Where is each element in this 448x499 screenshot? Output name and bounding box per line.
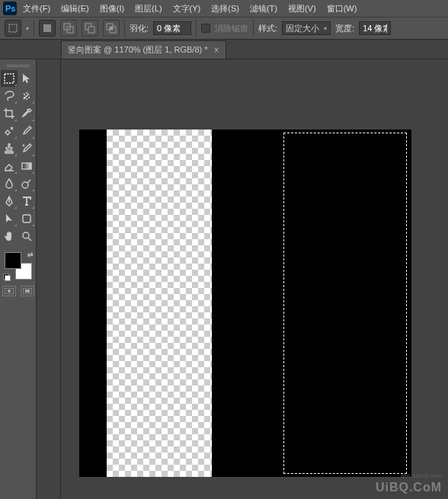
menu-image[interactable]: 图像(I) (95, 2, 129, 16)
svg-rect-7 (88, 27, 94, 33)
tool-zoom[interactable] (18, 228, 35, 245)
tool-lasso[interactable] (1, 88, 18, 104)
workspace: ⇄ bbs.16xx8.com UiBQ.CoM (0, 59, 448, 499)
style-value: 固定大小 (286, 23, 319, 34)
tool-eyedropper[interactable] (18, 105, 35, 122)
tool-clone-stamp[interactable] (1, 140, 18, 157)
tool-history-brush[interactable] (18, 140, 35, 157)
ps-logo: Ps (3, 2, 17, 15)
style-label: 样式: (258, 23, 277, 34)
svg-rect-19 (25, 289, 30, 293)
quickmask-icon[interactable] (2, 286, 16, 296)
tool-shape[interactable] (18, 210, 35, 227)
separator (196, 20, 197, 37)
tool-brush[interactable] (18, 123, 35, 139)
tool-magic-wand[interactable] (18, 88, 35, 104)
svg-rect-10 (110, 27, 113, 30)
tool-path-select[interactable] (1, 210, 18, 227)
separator (124, 20, 125, 37)
tool-pen[interactable] (1, 193, 18, 210)
tool-gradient[interactable] (18, 158, 35, 174)
close-icon[interactable]: × (214, 45, 219, 56)
document-tab-bar: 竖向图案 @ 1170% (图层 1, RGB/8) * × (0, 40, 448, 59)
svg-rect-2 (9, 24, 17, 32)
panel-grip[interactable] (1, 62, 36, 69)
width-label: 宽度: (335, 23, 354, 34)
screen-mode-row (2, 286, 34, 296)
swap-colors-icon[interactable]: ⇄ (27, 251, 34, 258)
tool-preset-icon[interactable] (5, 20, 21, 37)
document-tab[interactable]: 竖向图案 @ 1170% (图层 1, RGB/8) * × (61, 40, 226, 59)
tool-preset-dropdown-icon[interactable]: ▾ (26, 25, 29, 32)
selection-intersect-icon[interactable] (103, 20, 120, 37)
selection-marquee[interactable] (283, 133, 407, 474)
document-title: 竖向图案 @ 1170% (图层 1, RGB/8) * (68, 44, 208, 56)
selection-add-icon[interactable] (60, 20, 77, 37)
feather-input[interactable] (153, 21, 191, 35)
menu-window[interactable]: 窗口(W) (322, 2, 362, 16)
menu-layer[interactable]: 图层(L) (130, 2, 166, 16)
tool-type[interactable] (18, 193, 35, 210)
svg-point-17 (8, 289, 11, 293)
tool-dodge[interactable] (18, 175, 35, 192)
svg-point-15 (23, 232, 29, 238)
tool-blur[interactable] (1, 175, 18, 192)
selection-new-icon[interactable] (39, 20, 56, 37)
tool-panel: ⇄ (0, 59, 37, 499)
transparent-region (107, 130, 212, 477)
svg-rect-11 (5, 74, 14, 83)
svg-text:Ps: Ps (5, 4, 15, 13)
menu-type[interactable]: 文字(Y) (168, 2, 206, 16)
tool-move[interactable] (18, 70, 35, 87)
menu-select[interactable]: 选择(S) (206, 2, 244, 16)
tool-marquee[interactable] (1, 70, 18, 87)
color-swatches[interactable]: ⇄ (3, 251, 34, 281)
style-select[interactable]: 固定大小 ▾ (282, 21, 331, 35)
canvas[interactable] (79, 130, 411, 477)
menu-filter[interactable]: 滤镜(T) (245, 2, 282, 16)
antialias-checkbox (201, 24, 210, 33)
foreground-color[interactable] (5, 252, 21, 269)
chevron-down-icon: ▾ (324, 25, 327, 32)
tool-healing-brush[interactable] (1, 123, 18, 139)
separator (253, 20, 254, 37)
svg-rect-14 (23, 215, 30, 222)
width-input[interactable] (359, 21, 391, 35)
panel-gutter (37, 59, 61, 499)
options-bar: ▾ 羽化: 消除锯齿 样式: 固定大小 ▾ 宽度: (0, 17, 448, 40)
screen-mode-icon[interactable] (21, 286, 34, 296)
feather-label: 羽化: (130, 23, 149, 34)
watermark: UiBQ.CoM (376, 481, 442, 494)
antialias-label: 消除锯齿 (215, 23, 248, 34)
svg-rect-12 (22, 163, 31, 169)
menu-file[interactable]: 文件(F) (18, 2, 55, 16)
tool-crop[interactable] (1, 105, 18, 122)
separator (34, 20, 34, 37)
selection-subtract-icon[interactable] (82, 20, 98, 37)
canvas-area[interactable]: bbs.16xx8.com UiBQ.CoM (37, 59, 448, 499)
tool-hand[interactable] (1, 228, 18, 245)
default-colors-icon[interactable] (3, 273, 11, 281)
tool-eraser[interactable] (1, 158, 18, 174)
svg-point-13 (22, 182, 28, 188)
menu-bar: Ps 文件(F) 编辑(E) 图像(I) 图层(L) 文字(Y) 选择(S) 滤… (0, 0, 448, 17)
menu-edit[interactable]: 编辑(E) (56, 2, 94, 16)
menu-view[interactable]: 视图(V) (283, 2, 321, 16)
watermark-small: bbs.16xx8.com (401, 472, 442, 479)
tool-grid (1, 70, 35, 245)
svg-rect-3 (43, 24, 51, 32)
